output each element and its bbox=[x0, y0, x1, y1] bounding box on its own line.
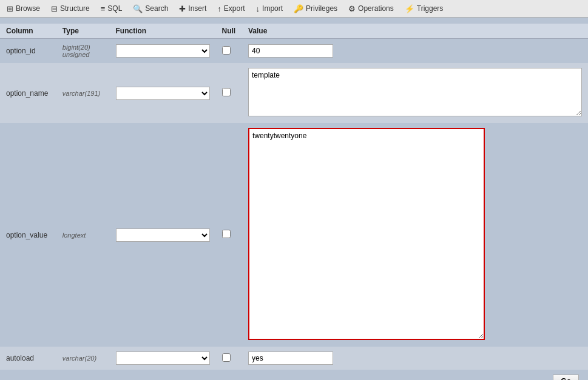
function-select-option-name[interactable] bbox=[116, 87, 210, 100]
export-icon: ↑ bbox=[217, 4, 221, 13]
cell-option-id-value bbox=[242, 39, 588, 64]
privileges-icon: 🔑 bbox=[294, 4, 303, 13]
value-textarea-option-value[interactable]: twentytwentyone bbox=[248, 128, 485, 340]
table-row: autoload varchar(20) bbox=[0, 347, 588, 370]
tab-triggers[interactable]: ⚡ Triggers bbox=[399, 1, 449, 16]
structure-icon: ⊟ bbox=[51, 4, 58, 13]
triggers-icon: ⚡ bbox=[405, 4, 414, 13]
search-icon: 🔍 bbox=[133, 4, 143, 13]
value-input-option-id[interactable] bbox=[248, 44, 333, 58]
arrow-icon: → bbox=[540, 376, 550, 380]
toolbar: ⊞ Browse ⊟ Structure ≡ SQL 🔍 Search ✚ In… bbox=[0, 0, 588, 18]
cell-autoload-type: varchar(20) bbox=[56, 347, 110, 370]
header-function: Function bbox=[110, 24, 216, 39]
cell-autoload-value bbox=[242, 347, 588, 370]
cell-option-name-column: option_name bbox=[0, 63, 56, 123]
browse-icon: ⊞ bbox=[7, 4, 13, 13]
tab-structure[interactable]: ⊟ Structure bbox=[46, 1, 95, 16]
cell-option-name-value: template bbox=[242, 63, 588, 123]
import-icon: ↓ bbox=[256, 4, 260, 13]
insert-icon: ✚ bbox=[179, 4, 186, 13]
tab-search[interactable]: 🔍 Search bbox=[127, 1, 174, 16]
tab-privileges[interactable]: 🔑 Privileges bbox=[288, 1, 343, 16]
table-row: option_id bigint(20) unsigned bbox=[0, 39, 588, 64]
go-button-row: → Go bbox=[0, 370, 588, 380]
null-checkbox-autoload[interactable] bbox=[222, 353, 231, 362]
header-type: Type bbox=[56, 24, 110, 39]
cell-option-value-null bbox=[216, 123, 242, 347]
table-header: Column Type Function Null Value bbox=[0, 24, 588, 39]
function-select-option-value[interactable] bbox=[116, 228, 210, 242]
cell-autoload-column: autoload bbox=[0, 347, 56, 370]
header-value: Value bbox=[242, 24, 588, 39]
tab-browse[interactable]: ⊞ Browse bbox=[1, 1, 46, 16]
cell-option-name-type: varchar(191) bbox=[56, 63, 110, 123]
function-select-option-id[interactable] bbox=[116, 44, 210, 58]
cell-option-value-column: option_value bbox=[0, 123, 56, 347]
tab-operations[interactable]: ⚙ Operations bbox=[343, 1, 399, 16]
value-textarea-option-name[interactable]: template bbox=[248, 68, 582, 116]
cell-option-id-function bbox=[110, 39, 216, 64]
cell-option-name-null bbox=[216, 63, 242, 123]
cell-option-value-type: longtext bbox=[56, 123, 110, 347]
tab-export[interactable]: ↑ Export bbox=[212, 1, 250, 16]
cell-option-value-function bbox=[110, 123, 216, 347]
tab-insert[interactable]: ✚ Insert bbox=[174, 1, 212, 16]
cell-option-id-column: option_id bbox=[0, 39, 56, 64]
function-select-autoload[interactable] bbox=[116, 352, 210, 365]
main-content: Column Type Function Null Value option_i… bbox=[0, 18, 588, 380]
null-checkbox-option-id[interactable] bbox=[222, 46, 231, 55]
tab-sql[interactable]: ≡ SQL bbox=[95, 1, 128, 16]
data-table: Column Type Function Null Value option_i… bbox=[0, 24, 588, 370]
cell-option-name-function bbox=[110, 63, 216, 123]
tab-import[interactable]: ↓ Import bbox=[251, 1, 289, 16]
header-null: Null bbox=[216, 24, 242, 39]
null-checkbox-option-name[interactable] bbox=[222, 88, 231, 96]
cell-autoload-null bbox=[216, 347, 242, 370]
go-button[interactable]: Go bbox=[553, 375, 579, 380]
header-column: Column bbox=[0, 24, 56, 39]
sql-icon: ≡ bbox=[101, 4, 106, 13]
operations-icon: ⚙ bbox=[348, 4, 356, 13]
null-checkbox-option-value[interactable] bbox=[222, 230, 231, 238]
table-row: option_name varchar(191) template bbox=[0, 63, 588, 123]
value-input-autoload[interactable] bbox=[248, 352, 333, 365]
cell-option-id-null bbox=[216, 39, 242, 64]
table-row: option_value longtext twentytwentyone bbox=[0, 123, 588, 347]
cell-option-id-type: bigint(20) unsigned bbox=[56, 39, 110, 64]
cell-autoload-function bbox=[110, 347, 216, 370]
cell-option-value-value: twentytwentyone bbox=[242, 123, 588, 347]
